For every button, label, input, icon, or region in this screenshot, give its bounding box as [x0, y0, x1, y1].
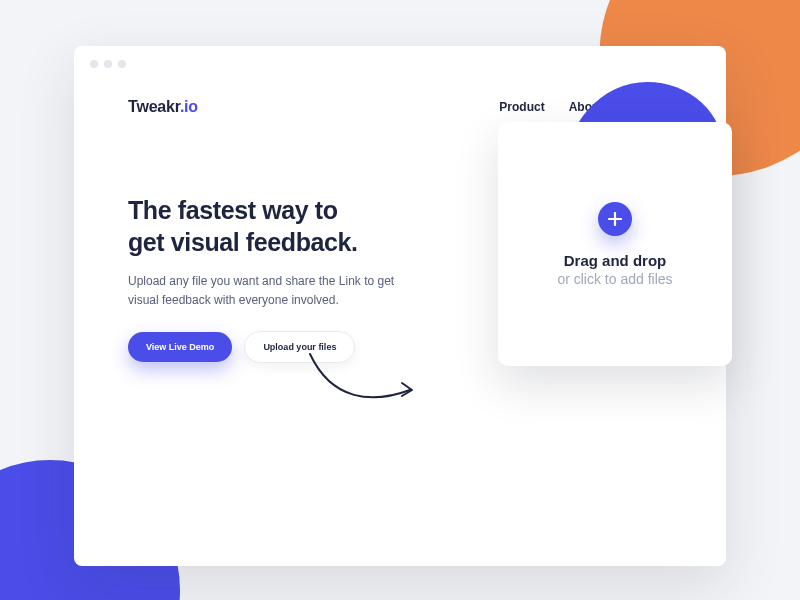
- window-dot: [118, 60, 126, 68]
- dropzone-subtitle: or click to add files: [557, 271, 672, 287]
- main-content: The fastest way to get visual feedback. …: [74, 116, 726, 536]
- window-dot: [90, 60, 98, 68]
- window-dot: [104, 60, 112, 68]
- plus-icon: [598, 202, 632, 236]
- window-traffic-lights: [74, 46, 726, 78]
- dropzone-card[interactable]: Drag and drop or click to add files: [498, 122, 732, 366]
- view-demo-button[interactable]: View Live Demo: [128, 332, 232, 362]
- hero-title-line1: The fastest way to: [128, 196, 338, 224]
- dropzone-title: Drag and drop: [564, 252, 667, 269]
- logo-suffix: .io: [180, 98, 198, 115]
- logo[interactable]: Tweakr.io: [128, 98, 198, 116]
- hero-title-line2: get visual feedback.: [128, 228, 358, 256]
- hero-subtitle: Upload any file you want and share the L…: [128, 272, 408, 309]
- browser-window: Tweakr.io Product About Contact The fast…: [74, 46, 726, 566]
- arrow-decoration: [302, 346, 422, 426]
- logo-name: Tweakr: [128, 98, 180, 115]
